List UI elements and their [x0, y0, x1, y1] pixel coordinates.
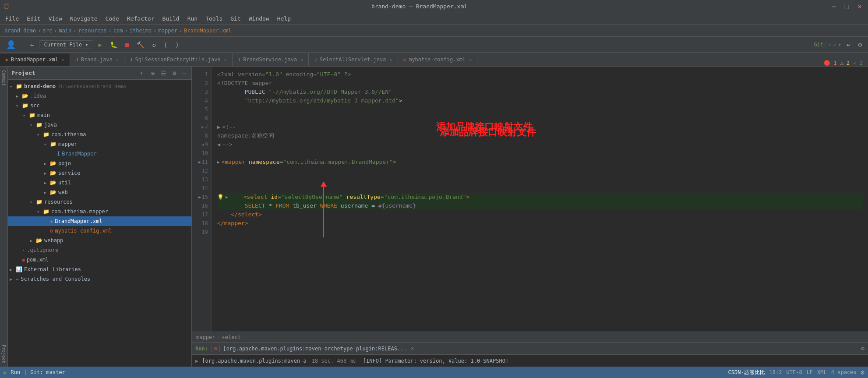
settings-btn[interactable]: ⚙ [856, 40, 864, 49]
collapse-15[interactable]: ▶ [198, 193, 201, 201]
tab-close-btn[interactable]: ✕ [469, 57, 472, 62]
tree-java[interactable]: ▾ 📁 java [8, 120, 191, 130]
prev-btn[interactable]: ⟨ [161, 40, 170, 49]
tree-mapper-java[interactable]: ▾ 📁 mapper [8, 139, 191, 149]
collapse-icon-15[interactable]: ▶ [226, 193, 228, 201]
ignore-file-icon: · [22, 247, 25, 253]
collapse-icon-7[interactable]: ▶ [217, 123, 220, 131]
tab-brand-java[interactable]: J Brand.java ✕ [70, 53, 124, 66]
collapse-7[interactable]: ▶ [201, 123, 204, 131]
menu-edit[interactable]: Edit [23, 14, 44, 23]
collapse-11[interactable]: ▶ [198, 158, 201, 166]
tab-mybatis-config-xml[interactable]: ⚙ mybatis-config.xml ✕ [398, 53, 478, 66]
rebuild-btn[interactable]: ↻ [149, 40, 158, 49]
tree-web[interactable]: ▶ 📂 web [8, 187, 191, 197]
tab-brandservice-java[interactable]: J BrandService.java ✕ [233, 53, 309, 66]
tab-close-btn[interactable]: ✕ [62, 57, 64, 62]
tree-resources[interactable]: ▾ 📁 resources [8, 197, 191, 207]
scope-selector[interactable]: Current File ▾ [39, 40, 93, 49]
tree-brandmapper-java[interactable]: I BrandMapper [8, 149, 191, 159]
editor-breadcrumb: mapper › select [192, 332, 868, 342]
panel-settings-btn[interactable]: ⚙ [171, 69, 178, 78]
menu-git[interactable]: Git [227, 14, 244, 23]
menu-tools[interactable]: Tools [202, 14, 226, 23]
tree-util[interactable]: ▶ 📂 util [8, 178, 191, 187]
tree-mybatis-config[interactable]: ⚙ mybatis-config.xml [8, 226, 191, 236]
bc-main[interactable]: main [59, 28, 71, 34]
commit-icon[interactable]: Commit [0, 68, 7, 88]
menu-run[interactable]: Run [184, 14, 201, 23]
tab-close-btn[interactable]: ✕ [300, 57, 303, 62]
tab-selectallservlet-java[interactable]: J SelectAllServlet.java ✕ [309, 53, 398, 66]
collapse-icon-9[interactable]: ◀ [217, 140, 220, 149]
panel-collapse-btn[interactable]: ☰ [159, 69, 168, 78]
menu-view[interactable]: View [45, 14, 66, 23]
bc-com[interactable]: com [113, 28, 123, 34]
avatar-btn[interactable]: 👤 [4, 39, 18, 50]
tree-scratches[interactable]: ▶ ✏ Scratches and Consoles [8, 274, 191, 284]
tree-arrow: ▶ [10, 277, 16, 282]
status-bar: ▶ Run | Git: master CSDN·恶熊比比 18:2 UTF-8… [0, 367, 868, 378]
tab-brandmapper-xml[interactable]: ◈ BrandMapper.xml ✕ [0, 53, 70, 66]
bc-select[interactable]: select [222, 334, 241, 340]
panel-sync-btn[interactable]: ⊕ [149, 69, 156, 78]
menu-window[interactable]: Window [245, 14, 273, 23]
tree-arrow-expand: ▾ [10, 84, 16, 89]
stop-btn[interactable]: ■ [123, 40, 131, 49]
collapse-icon-11[interactable]: ▶ [217, 158, 219, 166]
panel-minimize-btn[interactable]: – [181, 69, 188, 78]
tree-service[interactable]: ▶ 📂 service [8, 168, 191, 178]
tree-com-itheima-mapper[interactable]: ▾ 📁 com.itheima.mapper [8, 207, 191, 216]
panel-dropdown-icon[interactable]: ▾ [140, 70, 143, 76]
tree-pojo[interactable]: ▶ 📂 pojo [8, 159, 191, 168]
maximize-button[interactable]: □ [842, 1, 852, 11]
menu-file[interactable]: File [2, 14, 22, 23]
collapse-9[interactable]: ◀ [201, 140, 204, 149]
tree-external-libraries[interactable]: ▶ 📊 External Libraries [8, 265, 191, 274]
tab-sqlsession-java[interactable]: J SqlSessionFactoryUtils.java ✕ [124, 53, 233, 66]
close-button[interactable]: ✕ [855, 1, 864, 11]
bc-resources[interactable]: resources [78, 28, 107, 34]
tree-brandmapper-xml[interactable]: ◈ BrandMapper.xml [8, 216, 191, 226]
bc-brand-demo[interactable]: brand-demo [4, 28, 36, 34]
project-icon[interactable]: Project [0, 343, 7, 365]
menu-refactor[interactable]: Refactor [123, 14, 158, 23]
debug-btn[interactable]: 🐛 [107, 40, 120, 49]
tree-com-itheima[interactable]: ▾ 📁 com.itheima [8, 130, 191, 139]
menu-build[interactable]: Build [159, 14, 183, 23]
run-btn[interactable]: ▶ [96, 40, 105, 49]
next-btn[interactable]: ⟩ [173, 40, 181, 49]
bc-mapper[interactable]: mapper [159, 28, 177, 34]
main-content: Commit Project Project ▾ ⊕ ☰ ⚙ – ▾ 📁 bra… [0, 67, 868, 367]
tab-close-btn[interactable]: ✕ [224, 57, 227, 62]
bc-mapper[interactable]: mapper [196, 334, 215, 340]
menu-code[interactable]: Code [102, 14, 123, 23]
run-settings-icon[interactable]: ⚙ [861, 345, 864, 352]
run-task-close[interactable]: ✕ [411, 346, 414, 351]
status-settings-btn[interactable]: ⚙ [861, 369, 864, 376]
tree-pom-xml[interactable]: m pom.xml [8, 255, 191, 265]
code-editor[interactable]: <?xml version="1.0" encoding="UTF-8" ?> … [212, 67, 868, 332]
tree-idea[interactable]: ▶ 📂 .idea [8, 91, 191, 101]
tree-main[interactable]: ▾ 📁 main [8, 110, 191, 120]
menu-navigate[interactable]: Navigate [67, 14, 101, 23]
tab-close-btn[interactable]: ✕ [116, 57, 119, 62]
tree-webapp[interactable]: ▶ 📂 webapp [8, 236, 191, 245]
folder-open-icon: 📁 [36, 122, 42, 128]
build-btn[interactable]: 🔨 [134, 40, 147, 49]
menu-help[interactable]: Help [274, 14, 294, 23]
undo-btn[interactable]: ↩ [844, 40, 853, 49]
tab-close-btn[interactable]: ✕ [390, 57, 392, 62]
tree-label: BrandMapper.xml [55, 218, 102, 224]
tree-src[interactable]: ▾ 📁 src [8, 101, 191, 110]
tab-label: BrandMapper.xml [11, 57, 58, 63]
minimize-button[interactable]: – [829, 1, 839, 11]
bc-itheima[interactable]: itheima [130, 28, 152, 34]
back-btn[interactable]: ← [28, 40, 36, 49]
bc-file[interactable]: BrandMapper.xml [184, 28, 231, 34]
folder-icon: 📂 [50, 170, 56, 176]
bc-src[interactable]: src [42, 28, 52, 34]
tree-arrow: ▶ [30, 238, 36, 243]
tree-gitignore[interactable]: · .gitignore [8, 245, 191, 255]
tree-root[interactable]: ▾ 📁 brand-demo D:\workspace\brand-demo [8, 81, 191, 91]
